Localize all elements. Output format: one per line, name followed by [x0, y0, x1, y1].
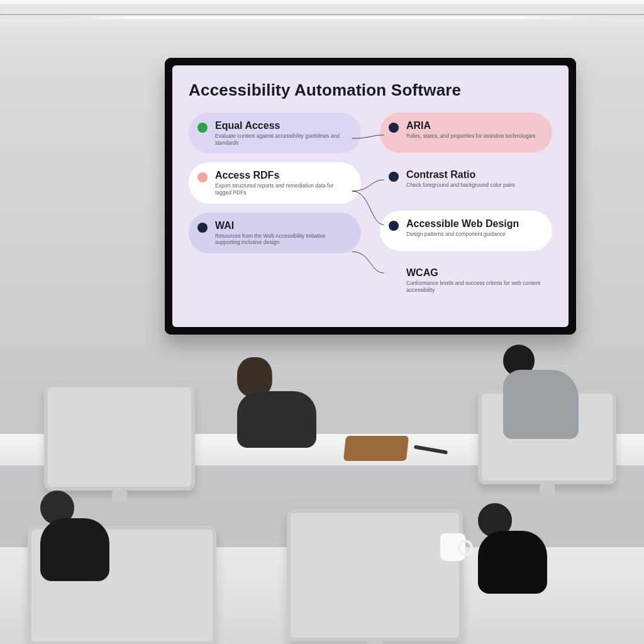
foreground-scene [0, 0, 644, 644]
person-seated [478, 503, 547, 594]
person-seated [237, 357, 316, 448]
folder-icon [343, 436, 409, 461]
monitor-icon [287, 509, 463, 641]
mug-icon [440, 533, 465, 561]
person-seated [40, 491, 109, 581]
person-standing [503, 345, 579, 439]
monitor-icon [44, 384, 195, 491]
